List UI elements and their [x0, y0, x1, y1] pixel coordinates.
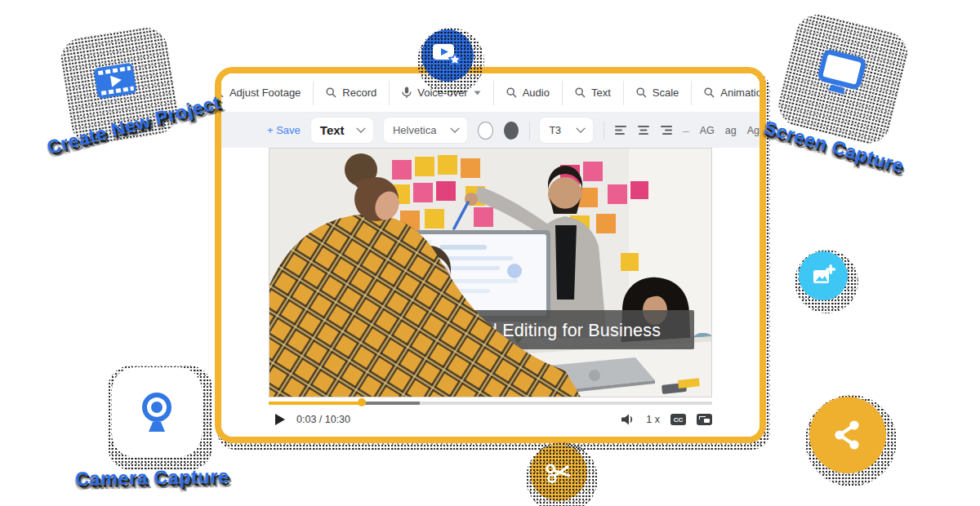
add-image-icon [810, 263, 836, 289]
caret-down-icon [474, 91, 481, 95]
font-value: Helvetica [393, 124, 436, 136]
search-icon [704, 87, 715, 98]
playback-speed-button[interactable]: 1 x [646, 414, 660, 425]
search-icon [221, 87, 224, 98]
color-swatch-dark[interactable] [504, 122, 519, 140]
microphone-icon [402, 87, 412, 99]
progress-played [269, 402, 362, 405]
player-controls: 0:03 / 10:30 1 x CC [269, 408, 712, 431]
text-style-dropdown[interactable]: Text [311, 118, 373, 143]
tool-adjust-footage[interactable]: Adjust Footage [221, 81, 313, 105]
tool-label: Text [591, 87, 611, 99]
alignment-group [615, 125, 672, 135]
format-toolbar: + Save Text Helvetica T3 – AG ag Ag [221, 113, 760, 148]
film-play-icon [91, 60, 139, 101]
uppercase-button[interactable]: AG [700, 125, 715, 136]
trim-badge[interactable] [530, 444, 587, 501]
camera-capture-card[interactable] [112, 367, 202, 457]
scissors-icon [542, 456, 576, 490]
progress-bar[interactable] [269, 402, 712, 405]
lowercase-button[interactable]: ag [725, 125, 737, 136]
video-scene: AI Video Creation and Editing for Busine… [270, 149, 712, 397]
share-badge[interactable] [809, 397, 886, 473]
share-icon [828, 415, 867, 455]
tool-label: Adjust Footage [229, 87, 301, 99]
font-dropdown[interactable]: Helvetica [384, 118, 467, 143]
progress-knob[interactable] [358, 398, 366, 406]
miniplayer-button[interactable] [697, 414, 712, 425]
progress-buffered [362, 402, 420, 405]
tool-audio[interactable]: Audio [493, 81, 562, 105]
search-icon [636, 87, 647, 98]
titlecase-button[interactable]: Ag [747, 125, 760, 136]
chevron-down-icon [356, 123, 365, 132]
dash-button[interactable]: – [683, 124, 689, 137]
search-icon [326, 87, 336, 98]
tool-label: Animation [720, 87, 760, 99]
screen-capture-card[interactable] [781, 12, 902, 133]
size-dropdown[interactable]: T3 [540, 118, 593, 143]
camera-capture-label: Camera Capture [75, 465, 229, 490]
chevron-down-icon [576, 123, 585, 132]
tool-label: Scale [653, 87, 679, 99]
search-icon [575, 87, 586, 98]
divider [604, 122, 604, 140]
size-value: T3 [549, 125, 561, 136]
tool-scale[interactable]: Scale [623, 81, 692, 105]
video-editor-window: Adjust Footage Record Voice-over Audio T… [215, 67, 766, 443]
tool-record[interactable]: Record [313, 81, 389, 105]
editor-toolbar: Adjust Footage Record Voice-over Audio T… [221, 73, 760, 113]
play-button[interactable] [275, 414, 285, 425]
captions-button[interactable]: CC [670, 414, 686, 425]
video-preview[interactable]: AI Video Creation and Editing for Busine… [269, 148, 712, 397]
align-right-icon[interactable] [659, 125, 672, 135]
tool-label: Audio [523, 87, 550, 99]
volume-icon[interactable] [621, 413, 635, 426]
webcam-icon [137, 391, 176, 433]
video-star-icon [432, 42, 463, 69]
video-project-badge[interactable] [421, 29, 474, 82]
tool-label: Record [342, 87, 376, 99]
align-center-icon[interactable] [637, 125, 650, 135]
add-media-badge[interactable] [799, 251, 848, 300]
monitor-icon [813, 47, 869, 99]
tool-animation[interactable]: Animation [691, 81, 760, 105]
text-style-value: Text [320, 123, 345, 137]
chevron-down-icon [451, 123, 460, 132]
save-button[interactable]: + Save [267, 124, 301, 136]
align-left-icon[interactable] [615, 125, 628, 135]
divider [529, 122, 530, 140]
color-swatch-outline[interactable] [478, 122, 492, 140]
search-icon [506, 87, 517, 98]
tool-text[interactable]: Text [562, 81, 623, 105]
time-display: 0:03 / 10:30 [296, 414, 350, 425]
